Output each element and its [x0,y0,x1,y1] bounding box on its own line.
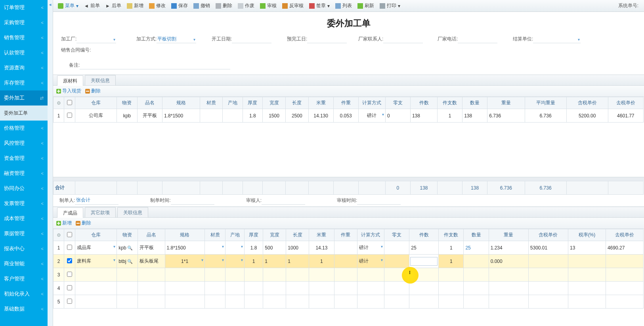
col-width[interactable]: 宽度 [263,97,286,109]
sign-button[interactable]: 签章 ▾ [307,1,332,11]
sidebar-item-notes[interactable]: 票据管理< [0,226,48,241]
cell-net[interactable] [606,255,643,268]
data-row-active[interactable]: 2 废料库 btbj 板头板尾 1*1 1 1 1 1 磅计 1 [54,255,644,268]
abandon-button[interactable]: 作废 [235,1,257,11]
col-spec[interactable]: 规格 [165,229,204,241]
col-net[interactable]: 去税单价 [606,229,643,241]
cell-spec[interactable]: 1*1 [165,255,204,268]
sidebar-item-report[interactable]: 报表中心< [0,241,48,256]
data-row[interactable]: 3 [54,268,644,282]
col-material[interactable]: 材质 [204,229,225,241]
cell-pcs[interactable]: 25 [409,241,439,255]
cell-thick[interactable]: 1.8 [243,109,262,123]
cell-avg[interactable]: 6.736 [525,109,566,123]
cell-warehouse[interactable]: 成品库 [75,241,117,255]
sidebar-item-bi[interactable]: 商业智能< [0,256,48,271]
sidebar-item-customer[interactable]: 客户管理< [0,271,48,286]
cell-price[interactable]: 5200.00 [566,109,608,123]
contact-field[interactable] [383,35,423,43]
list-button[interactable]: 列表 [333,1,354,11]
col-warehouse[interactable]: 仓库 [75,229,117,241]
cell-mw[interactable]: 14.130 [308,109,333,123]
cell-net[interactable]: 4690.27 [606,241,643,255]
cell-spec[interactable]: 1.8*1500 [165,241,204,255]
cell-name[interactable]: 板头板尾 [138,255,165,268]
sidebar-item-sales[interactable]: 销售管理< [0,30,48,45]
cell-resource[interactable]: kpb [117,241,138,255]
select-all-checkbox-b[interactable] [67,232,72,237]
unaudit-button[interactable]: 反审核 [280,1,306,11]
cell-width[interactable]: 500 [263,241,286,255]
sidebar-item-stock[interactable]: 库存管理< [0,75,48,90]
cell-warehouse[interactable]: 公司库 [75,109,117,123]
data-row[interactable]: 1 公司库 kpb 开平板 1.8*1500 1.8 1500 2500 14.… [54,109,644,123]
cell-perpcs[interactable]: 1 [438,109,462,123]
sidebar-item-invoice[interactable]: 发票管理< [0,196,48,211]
col-price[interactable]: 含税单价 [566,97,608,109]
col-perpcs[interactable]: 件支数 [438,97,462,109]
cell-loose[interactable] [384,241,409,255]
cell-net[interactable]: 4601.77 [608,109,643,123]
cell-resource[interactable]: btbj [117,255,138,268]
col-calc[interactable]: 计算方式 [357,229,384,241]
data-row[interactable]: 4 [54,282,644,295]
delete-button[interactable]: 删除 [213,1,235,11]
gear-icon[interactable]: ⚙ [54,229,64,241]
row-checkbox[interactable] [67,113,72,118]
col-loose[interactable]: 零支 [385,97,410,109]
cell-material[interactable] [204,255,225,268]
col-avg[interactable]: 平均重量 [525,97,566,109]
sidebar-subitem-outsource-bill[interactable]: 委外加工单 [0,105,48,121]
col-warehouse[interactable]: 仓库 [75,97,117,109]
gear-icon[interactable]: ⚙ [54,97,64,109]
sidebar-item-outsource[interactable]: 委外加工⇄ [0,90,48,105]
new-button[interactable]: 新增 [124,1,146,11]
delete-row-link-b[interactable]: 删除 [76,220,91,226]
cell-resource[interactable]: kpb [117,109,138,123]
cell-spec[interactable]: 1.8*1500 [162,109,200,123]
col-price[interactable]: 含税单价 [528,229,568,241]
row-checkbox[interactable] [67,272,72,277]
sidebar-item-purchase[interactable]: 采购管理< [0,15,48,30]
col-mw[interactable]: 米重 [309,229,334,241]
refresh-button[interactable]: 刷新 [355,1,376,11]
edit-button[interactable]: 修改 [147,1,168,11]
col-net[interactable]: 去税单价 [608,97,643,109]
cell-width[interactable]: 1 [263,255,286,268]
sidebar-collapse-handle[interactable]: ◄ [48,0,53,326]
print-button[interactable]: 打印 ▾ [377,1,403,11]
save-button[interactable]: 保存 [169,1,190,11]
cell-pw[interactable] [334,255,357,268]
cell-wt[interactable]: 0.000 [489,255,528,268]
col-length[interactable]: 长度 [286,229,309,241]
method-field[interactable]: 平板切割 [157,35,196,43]
cell-warehouse[interactable]: 废料库 [75,255,117,268]
col-thick[interactable]: 厚度 [243,97,262,109]
col-spec[interactable]: 规格 [162,97,200,109]
select-all-checkbox[interactable] [67,100,72,105]
start-date-field[interactable] [232,35,271,43]
cell-qty[interactable]: 25 [464,241,489,255]
col-perpcs[interactable]: 件支数 [439,229,464,241]
col-origin[interactable]: 产地 [223,97,243,109]
cell-length[interactable]: 2500 [285,109,308,123]
cell-calc[interactable]: 磅计 [357,241,384,255]
col-tax[interactable]: 税率(%) [568,229,606,241]
data-row[interactable]: 5 [54,295,644,309]
row-checkbox[interactable] [67,258,72,263]
factory-field[interactable] [76,35,116,43]
cell-length[interactable]: 1000 [286,241,309,255]
col-name[interactable]: 品名 [138,97,162,109]
sidebar-item-risk[interactable]: 风控管理< [0,136,48,151]
cell-material[interactable] [200,109,223,123]
col-resource[interactable]: 物资 [117,97,138,109]
cell-name[interactable]: 开平板 [138,109,162,123]
cell-tax[interactable] [568,255,606,268]
cell-width[interactable]: 1500 [263,109,286,123]
cell-pw[interactable] [334,241,357,255]
sidebar-item-resource[interactable]: 资源查询< [0,60,48,75]
col-length[interactable]: 长度 [285,97,308,109]
cell-length[interactable]: 1 [286,255,309,268]
audit-button[interactable]: 审核 [258,1,279,11]
cell-qty[interactable] [464,255,489,268]
